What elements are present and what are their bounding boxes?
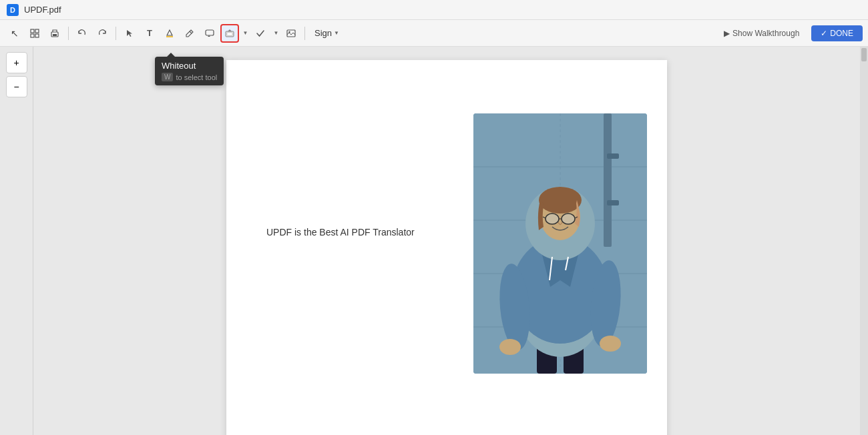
whiteout-button[interactable] [220, 24, 239, 43]
zoom-out-icon: − [13, 81, 19, 92]
grid-icon [30, 29, 39, 38]
walkthrough-play-icon: ▶ [724, 29, 730, 38]
comment-icon [205, 29, 214, 38]
cursor-button[interactable] [120, 24, 139, 43]
text-icon: T [147, 28, 152, 38]
pencil-icon [185, 29, 194, 38]
print-icon [50, 29, 59, 38]
highlight-button[interactable] [160, 24, 179, 43]
tooltip-arrow [167, 53, 175, 57]
show-walkthrough-button[interactable]: ▶ Show Walkthrough [717, 25, 806, 41]
svg-point-36 [562, 213, 575, 224]
toolbar: ↖ T [0, 20, 868, 47]
svg-rect-0 [31, 29, 34, 33]
grid-button[interactable] [25, 24, 44, 43]
person-image-svg [473, 113, 647, 374]
undo-icon [77, 29, 87, 38]
toolbar-right: ▶ Show Walkthrough ✓ DONE [717, 25, 863, 41]
title-bar: D UPDF.pdf [0, 0, 868, 20]
whiteout-icon [225, 29, 234, 38]
right-scrollbar[interactable] [860, 47, 868, 435]
svg-point-32 [600, 336, 621, 352]
zoom-in-icon: + [13, 57, 19, 68]
redo-icon [97, 29, 107, 38]
done-label: DONE [830, 29, 853, 38]
svg-point-35 [546, 213, 559, 224]
content-area[interactable]: UPDF is the Best AI PDF Translator [33, 47, 860, 435]
svg-rect-5 [53, 34, 57, 36]
redo-button[interactable] [93, 24, 112, 43]
tooltip-title: Whiteout [162, 61, 217, 71]
select-button[interactable]: ↖ [5, 24, 24, 43]
image-button[interactable] [282, 24, 300, 43]
checkmark-dropdown-arrow: ▼ [274, 30, 279, 36]
highlight-icon [165, 29, 174, 38]
undo-button[interactable] [73, 24, 91, 43]
text-button[interactable]: T [140, 24, 159, 43]
divider-2 [116, 27, 116, 40]
svg-rect-3 [35, 34, 39, 37]
whiteout-dropdown-arrow: ▼ [243, 30, 248, 36]
left-sidebar: + − [0, 47, 33, 435]
svg-point-34 [539, 187, 582, 213]
whiteout-tooltip: Whiteout W to select tool [155, 57, 224, 85]
svg-line-7 [190, 31, 192, 33]
done-button[interactable]: ✓ DONE [811, 25, 863, 41]
zoom-out-button[interactable]: − [6, 76, 27, 97]
app-logo: D [7, 4, 19, 16]
pdf-text: UPDF is the Best AI PDF Translator [266, 227, 415, 238]
whiteout-dropdown-button[interactable]: ▼ [240, 24, 250, 43]
image-icon [286, 29, 296, 38]
print-button[interactable] [45, 24, 64, 43]
svg-rect-1 [35, 29, 39, 33]
sign-dropdown-arrow: ▼ [334, 30, 339, 36]
checkmark-dropdown-button[interactable]: ▼ [271, 24, 280, 43]
divider-1 [68, 27, 69, 40]
svg-rect-8 [206, 30, 214, 35]
main-area: + − UPDF is the Best AI PDF Translator [0, 47, 868, 435]
divider-3 [304, 27, 305, 40]
show-walkthrough-label: Show Walkthrough [732, 29, 799, 38]
svg-point-31 [499, 339, 521, 355]
scrollbar-thumb[interactable] [861, 48, 867, 61]
svg-rect-21 [607, 200, 619, 205]
pdf-page: UPDF is the Best AI PDF Translator [226, 60, 667, 435]
svg-rect-20 [607, 153, 619, 159]
svg-rect-19 [604, 113, 612, 247]
checkmark-icon [256, 29, 265, 38]
sign-button[interactable]: Sign ▼ [309, 25, 345, 41]
comment-button[interactable] [200, 24, 219, 43]
tooltip-shortcut: W to select tool [162, 73, 217, 81]
shortcut-key: W [162, 73, 173, 81]
pdf-image [473, 113, 647, 374]
svg-rect-10 [227, 33, 232, 35]
cursor-icon [125, 29, 134, 38]
svg-rect-2 [31, 34, 34, 37]
sign-label: Sign [314, 28, 332, 38]
checkmark-button[interactable] [251, 24, 270, 43]
zoom-in-button[interactable]: + [6, 52, 27, 73]
filename-label: UPDF.pdf [24, 5, 61, 15]
tooltip-shortcut-text: to select tool [176, 73, 217, 81]
done-checkmark-icon: ✓ [821, 29, 827, 38]
whiteout-button-container [220, 24, 239, 43]
pencil-button[interactable] [180, 24, 199, 43]
